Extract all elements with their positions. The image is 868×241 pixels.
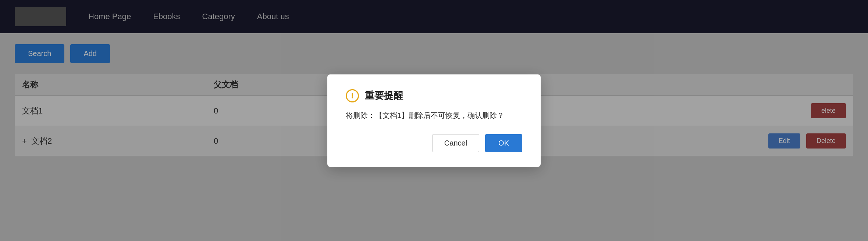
- modal-overlay: ! 重要提醒 将删除：【文档1】删除后不可恢复，确认删除？ Cancel OK: [0, 0, 868, 241]
- warning-icon: !: [346, 89, 359, 102]
- ok-button[interactable]: OK: [485, 134, 522, 152]
- dialog-message: 将删除：【文档1】删除后不可恢复，确认删除？: [346, 110, 522, 121]
- cancel-button[interactable]: Cancel: [432, 134, 479, 152]
- dialog-header: ! 重要提醒: [346, 89, 522, 102]
- confirm-dialog: ! 重要提醒 将删除：【文档1】删除后不可恢复，确认删除？ Cancel OK: [327, 74, 541, 167]
- warning-icon-symbol: !: [351, 91, 353, 101]
- dialog-buttons: Cancel OK: [346, 134, 522, 152]
- dialog-title: 重要提醒: [365, 89, 403, 102]
